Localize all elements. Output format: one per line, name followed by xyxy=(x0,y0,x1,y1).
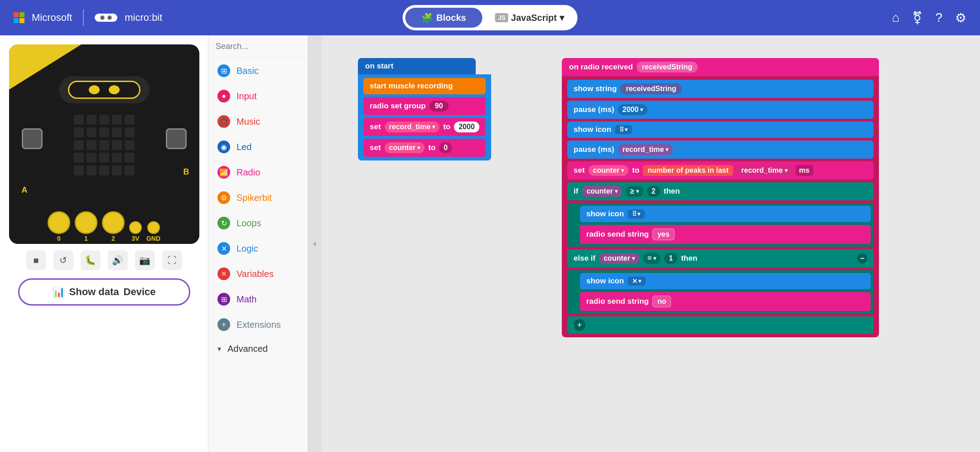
button-b[interactable] xyxy=(166,128,187,149)
icon-dots-1: ⠿ ▾ xyxy=(615,125,632,134)
block-set-counter-peaks: set counter ▾ to number of peaks in last… xyxy=(567,161,874,180)
pin-0-label: 0 xyxy=(57,235,61,242)
block-if-header: if counter ▾ ≥ ▾ 2 then xyxy=(567,182,874,200)
radio-label: Radio xyxy=(237,167,260,178)
led-3-3 xyxy=(112,153,122,163)
toolbox-item-spikerbit[interactable]: ⚙ Spikerbit xyxy=(208,185,308,210)
collapse-handle[interactable]: ‹ xyxy=(308,35,322,452)
record-time-var2: record_time ▾ xyxy=(737,165,792,176)
screenshot-button[interactable]: 📷 xyxy=(135,250,155,270)
pin-0[interactable] xyxy=(48,211,70,234)
block-canvas: on start start muscle recording radio se… xyxy=(322,35,980,452)
val-1: 1 xyxy=(664,253,677,264)
led-0-1 xyxy=(87,115,97,125)
variables-icon: ≡ xyxy=(217,267,230,280)
toolbox-item-radio[interactable]: 📶 Radio xyxy=(208,160,308,185)
led-3-4 xyxy=(125,153,135,163)
simulator-panel: A B 0 1 2 3V xyxy=(0,35,208,452)
show-string-var: receivedString xyxy=(620,83,681,94)
block-radio-send-no: radio send string no xyxy=(580,292,871,311)
basic-label: Basic xyxy=(237,66,259,76)
search-box: 🔍 xyxy=(208,35,308,58)
logic-icon: ✕ xyxy=(217,242,230,255)
if-body: show icon ⠿ ▾ radio send string yes xyxy=(567,203,874,247)
search-input[interactable] xyxy=(216,42,308,51)
led-1-0 xyxy=(74,127,84,137)
led-3-1 xyxy=(87,153,97,163)
led-1-3 xyxy=(112,127,122,137)
dropdown-arrow: ▾ xyxy=(432,124,435,130)
toolbox-item-input[interactable]: ● Input xyxy=(208,83,308,109)
pin-3v-label: 3V xyxy=(131,235,139,242)
stop-button[interactable]: ■ xyxy=(26,250,46,270)
restart-button[interactable]: ↺ xyxy=(53,250,73,270)
icon-dots-3: ✕ ▾ xyxy=(628,277,646,286)
toolbox-item-loops[interactable]: ↻ Loops xyxy=(208,210,308,236)
toolbox-item-led[interactable]: ◉ Led xyxy=(208,134,308,160)
blocks-icon: 🧩 xyxy=(421,12,433,23)
spikerbit-icon: ⚙ xyxy=(217,191,230,204)
extensions-icon: + xyxy=(217,318,230,331)
block-else-if-header: else if counter ▾ = ▾ 1 then − xyxy=(567,249,874,267)
on-start-body: start muscle recording radio set group 9… xyxy=(358,74,491,160)
header: Microsoft micro:bit 🧩 Blocks JS JavaScri… xyxy=(0,0,980,35)
led-2-0 xyxy=(74,140,84,150)
help-icon[interactable]: ? xyxy=(935,10,942,25)
led-1-4 xyxy=(125,127,135,137)
microbit-logo-icon xyxy=(95,14,117,22)
counter-var-block: counter ▾ xyxy=(385,142,425,153)
workspace[interactable]: on start start muscle recording radio se… xyxy=(322,35,980,452)
led-label: Led xyxy=(237,142,251,152)
pin-2[interactable] xyxy=(102,211,125,234)
expand-button[interactable]: ⛶ xyxy=(162,250,182,270)
pin-1[interactable] xyxy=(75,211,97,234)
counter-cond-var: counter ▾ xyxy=(582,186,622,197)
screen-eye-left xyxy=(89,85,100,94)
toolbox-advanced[interactable]: ▾ Advanced xyxy=(208,337,308,360)
on-radio-received-group: on radio received receivedString show st… xyxy=(562,58,879,337)
block-show-icon-3: show icon ✕ ▾ xyxy=(580,273,871,289)
sound-button[interactable]: 🔊 xyxy=(108,250,128,270)
button-a[interactable] xyxy=(22,128,43,149)
record-time-val: 2000 xyxy=(454,122,479,132)
debug-button[interactable]: 🐛 xyxy=(81,250,101,270)
led-4-2 xyxy=(99,165,109,175)
block-set-record-time: set record_time ▾ to 2000 xyxy=(363,118,486,136)
javascript-tab[interactable]: JS JavaScript ▾ xyxy=(484,8,575,28)
record-time-var-pause: record_time ▾ xyxy=(618,144,673,155)
microbit-screen xyxy=(59,76,150,103)
show-data-button[interactable]: 📊 Show data Device xyxy=(18,278,190,306)
math-label: Math xyxy=(237,294,256,305)
block-set-counter: set counter ▾ to 0 xyxy=(363,139,486,157)
val-2: 2 xyxy=(647,186,660,197)
blocks-tab[interactable]: 🧩 Blocks xyxy=(405,8,483,28)
if-bottom: + xyxy=(567,316,874,334)
toolbox-item-math[interactable]: ⊞ Math xyxy=(208,287,308,312)
home-icon[interactable]: ⌂ xyxy=(892,10,900,25)
advanced-label: Advanced xyxy=(227,344,268,354)
icon-dots-2: ⠿ ▾ xyxy=(628,209,645,219)
share-icon[interactable]: ⚧ xyxy=(912,10,922,25)
header-divider xyxy=(83,10,84,26)
toolbox-item-extensions[interactable]: + Extensions xyxy=(208,312,308,337)
plus-button[interactable]: + xyxy=(574,319,585,331)
header-center: 🧩 Blocks JS JavaScript ▾ xyxy=(402,5,578,30)
extensions-label: Extensions xyxy=(237,320,281,330)
toolbox-item-logic[interactable]: ✕ Logic xyxy=(208,236,308,261)
bar-chart-icon: 📊 xyxy=(53,286,65,298)
settings-icon[interactable]: ⚙ xyxy=(955,10,966,25)
record-time-var-block: record_time ▾ xyxy=(385,122,440,132)
led-icon: ◉ xyxy=(217,141,230,153)
toolbox-item-basic[interactable]: ⊞ Basic xyxy=(208,58,308,83)
minus-button[interactable]: − xyxy=(857,253,867,263)
input-icon: ● xyxy=(217,90,230,102)
math-icon: ⊞ xyxy=(217,293,230,306)
toolbox-item-variables[interactable]: ≡ Variables xyxy=(208,261,308,287)
music-label: Music xyxy=(237,117,260,127)
led-2-2 xyxy=(99,140,109,150)
toolbox-item-music[interactable]: 🎧 Music xyxy=(208,109,308,134)
counter-cond2-var: counter ▾ xyxy=(599,253,639,264)
pin-3v[interactable] xyxy=(129,221,142,234)
pin-gnd[interactable] xyxy=(147,221,160,234)
logic-label: Logic xyxy=(237,243,258,254)
